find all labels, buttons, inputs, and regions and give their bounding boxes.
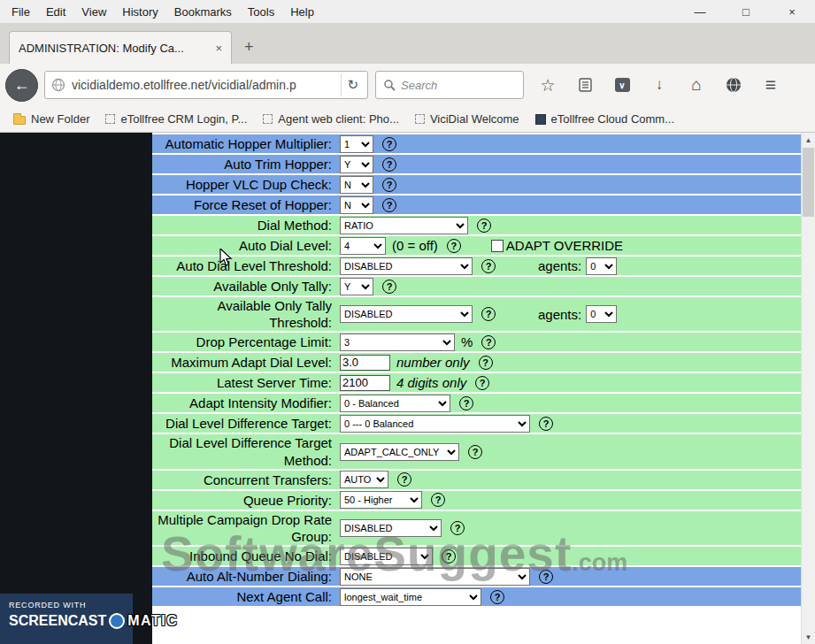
pocket-icon[interactable]: ∨	[604, 78, 641, 92]
field-input[interactable]	[340, 355, 390, 371]
form-row: Force Reset of Hopper:N?	[152, 196, 801, 216]
field-input[interactable]	[340, 375, 390, 391]
field-controls: 4 digits only?	[334, 375, 801, 391]
bookmark-label: eTollfree Cloud Comm...	[551, 112, 674, 126]
field-controls: N?	[334, 176, 801, 194]
bookmark-etollfree-crm[interactable]: eTollfree CRM Login, P...	[97, 112, 255, 126]
menu-edit[interactable]: Edit	[38, 2, 73, 22]
field-select[interactable]: 3	[340, 334, 455, 351]
field-select[interactable]: RATIO	[340, 217, 468, 234]
menu-history[interactable]: History	[114, 2, 165, 22]
search-input[interactable]	[401, 79, 516, 92]
help-icon[interactable]: ?	[481, 259, 496, 273]
field-label: Auto Alt-Number Dialing:	[152, 568, 334, 585]
help-icon[interactable]: ?	[477, 218, 491, 233]
help-icon[interactable]: ?	[459, 396, 473, 410]
menu-bookmarks[interactable]: Bookmarks	[166, 2, 240, 22]
help-icon[interactable]: ?	[539, 417, 553, 431]
help-icon[interactable]: ?	[468, 445, 482, 459]
help-icon[interactable]: ?	[397, 472, 411, 487]
field-select[interactable]: N	[340, 196, 373, 214]
bookmark-agent-web-client[interactable]: Agent web client: Pho...	[255, 112, 407, 126]
minimize-button[interactable]: —	[677, 0, 723, 23]
help-icon[interactable]: ?	[481, 335, 496, 349]
field-select[interactable]: AUTO	[340, 471, 388, 488]
help-icon[interactable]: ?	[490, 590, 504, 604]
back-arrow-icon: ←	[14, 76, 30, 95]
downloads-icon[interactable]: ↓	[641, 76, 678, 94]
field-select[interactable]: longest_wait_time	[340, 588, 481, 606]
menu-view[interactable]: View	[73, 2, 114, 22]
help-icon[interactable]: ?	[382, 198, 396, 212]
bookmark-new-folder[interactable]: New Folder	[5, 112, 97, 126]
help-icon[interactable]: ?	[475, 376, 489, 390]
help-icon[interactable]: ?	[382, 178, 396, 192]
bookmark-star-icon[interactable]: ☆	[529, 75, 566, 96]
field-select[interactable]: DISABLED	[340, 257, 473, 275]
hamburger-menu-icon[interactable]: ≡	[752, 74, 789, 96]
field-select[interactable]: 1	[340, 135, 373, 153]
menu-help[interactable]: Help	[282, 2, 322, 22]
help-icon[interactable]: ?	[539, 570, 553, 584]
field-note: number only	[396, 355, 470, 370]
field-select[interactable]: 50 - Higher	[340, 491, 422, 509]
form-row: Auto Dial Level Threshold:DISABLED?agent…	[152, 257, 801, 277]
search-bar[interactable]	[375, 71, 524, 99]
field-label: Inbound Queue No Dial:	[152, 548, 334, 564]
tab-administration[interactable]: ADMINISTRATION: Modify Ca... ×	[9, 31, 232, 64]
bookmark-etollfree-cloud[interactable]: eTollfree Cloud Comm...	[527, 112, 682, 126]
agents-select[interactable]: 0	[586, 305, 617, 323]
field-select[interactable]: N	[340, 176, 373, 194]
globe-icon[interactable]	[715, 77, 752, 93]
help-icon[interactable]: ?	[382, 280, 396, 294]
bookmark-vicidial-welcome[interactable]: ViciDial Welcome	[407, 112, 527, 126]
help-icon[interactable]: ?	[382, 157, 396, 172]
menu-file[interactable]: File	[4, 2, 38, 22]
site-identity-globe-icon[interactable]	[51, 78, 65, 92]
field-select[interactable]: Y	[340, 278, 373, 295]
field-controls: DISABLED?agents:0	[334, 305, 801, 323]
help-icon[interactable]: ?	[447, 239, 461, 253]
maximize-button[interactable]: □	[723, 0, 769, 23]
help-icon[interactable]: ?	[382, 137, 396, 151]
back-button[interactable]: ←	[5, 69, 38, 102]
new-tab-button[interactable]: +	[232, 31, 266, 64]
field-controls: 0 --- 0 Balanced?	[334, 415, 801, 433]
field-select[interactable]: Y	[340, 156, 373, 173]
field-select[interactable]: DISABLED	[340, 305, 473, 323]
tab-title: ADMINISTRATION: Modify Ca...	[19, 42, 208, 55]
field-select[interactable]: 0 --- 0 Balanced	[340, 415, 530, 433]
field-controls: 4(0 = off)?ADAPT OVERRIDE	[334, 237, 801, 255]
field-controls: DISABLED?agents:0	[334, 257, 801, 275]
form-row: Available Only Tally Threshold:DISABLED?…	[152, 297, 801, 333]
close-button[interactable]: ×	[769, 0, 815, 23]
form-row: Auto Dial Level:4(0 = off)?ADAPT OVERRID…	[152, 236, 801, 257]
help-icon[interactable]: ?	[479, 356, 493, 370]
home-icon[interactable]: ⌂	[678, 75, 715, 95]
field-select[interactable]: 0 - Balanced	[340, 395, 450, 412]
help-icon[interactable]: ?	[431, 493, 445, 507]
tab-close-icon[interactable]: ×	[215, 42, 222, 55]
help-icon[interactable]: ?	[450, 521, 465, 535]
menu-tools[interactable]: Tools	[240, 2, 282, 22]
default-favicon-icon	[263, 114, 273, 124]
field-select[interactable]: NONE	[340, 568, 530, 586]
help-icon[interactable]: ?	[442, 549, 456, 564]
scrollbar-thumb[interactable]	[803, 148, 814, 217]
url-input[interactable]	[72, 78, 341, 92]
field-select[interactable]: ADAPT_CALC_ONLY	[340, 443, 459, 461]
field-select[interactable]: DISABLED	[340, 519, 442, 537]
help-icon[interactable]: ?	[481, 307, 496, 321]
scrollbar[interactable]: ▲ ▼	[801, 133, 815, 644]
field-controls: Y?	[334, 278, 801, 295]
url-bar[interactable]: ↻	[44, 71, 368, 99]
reading-list-icon[interactable]	[566, 78, 604, 92]
scroll-up-arrow[interactable]: ▲	[802, 133, 815, 147]
field-select[interactable]: DISABLED	[340, 548, 433, 565]
reload-icon[interactable]: ↻	[341, 73, 364, 96]
field-select[interactable]: 4	[340, 237, 386, 255]
field-label: Dial Level Difference Target Method:	[152, 434, 334, 468]
agents-select[interactable]: 0	[586, 257, 617, 275]
scroll-down-arrow[interactable]: ▼	[802, 630, 815, 644]
adapt-override-checkbox[interactable]	[491, 240, 504, 252]
